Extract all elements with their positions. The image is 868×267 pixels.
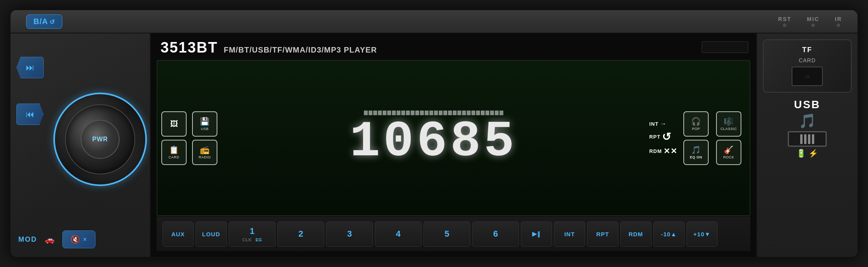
usb-icon-big: 🎵 (799, 113, 816, 129)
mic-dot (812, 24, 815, 27)
btn-1[interactable]: 1 CLK EG (229, 221, 275, 247)
mic-label: MIC (807, 16, 819, 22)
rdm-indicator: RDM ✕✕ (649, 146, 677, 156)
pwr-knob[interactable]: PWR (53, 93, 147, 186)
int-label: INT (649, 121, 658, 127)
usb-port[interactable] (788, 131, 827, 147)
radio-icon-label: RADIO (199, 155, 211, 159)
car-radio: B/A RST MIC IR ⏭ ⏮ (9, 9, 859, 258)
display-icon-usb: 💾 USB (192, 111, 217, 137)
bottom-left-section: MOD 🚗 🔇 ✕ (11, 222, 150, 257)
backward-button-area: ⏮ (16, 104, 44, 125)
display-icon-picture: 🖼 (161, 111, 187, 137)
btn-clk-label: CLK (242, 237, 252, 242)
play-pause-label: ▶‖ (532, 230, 541, 237)
usb-icon: 💾 (200, 117, 210, 126)
card-slot[interactable]: ▭ (792, 67, 823, 86)
model-header: 3513BT FM/BT/USB/TF/WMA/ID3/MP3 PLAYER (157, 39, 750, 56)
rdm-icon: ✕✕ (663, 146, 677, 156)
btn-eq-divider: EG (256, 237, 262, 242)
backward-button[interactable]: ⏮ (16, 104, 44, 125)
center-panel: 3513BT FM/BT/USB/TF/WMA/ID3/MP3 PLAYER 🖼… (151, 33, 756, 257)
eq-icon-pop: 🎧 POP (683, 111, 709, 137)
pop-label: POP (692, 127, 700, 131)
mute-button[interactable]: 🔇 ✕ (62, 230, 95, 248)
radio-icon: 📻 (200, 145, 210, 155)
int-button[interactable]: INT (554, 221, 585, 247)
forward-button-area: ⏭ (16, 57, 44, 78)
play-pause-button[interactable]: ▶‖ (521, 221, 552, 247)
knob-center: PWR (81, 120, 120, 159)
btn-2[interactable]: 2 (277, 221, 324, 247)
tf-label: TF (802, 46, 812, 54)
int-indicator: INT → (649, 120, 677, 127)
btn-6[interactable]: 6 (472, 221, 519, 247)
main-display: 10685 (224, 65, 643, 211)
pop-icon: 🎧 (691, 117, 701, 126)
usb-section: USB 🎵 🔋 ⚡ (763, 98, 852, 158)
btn-4[interactable]: 4 (375, 221, 422, 247)
rdm-btn-label: RDM (628, 231, 643, 237)
usb-pin-4 (812, 134, 814, 144)
classic-label: CLASSIC (720, 127, 737, 131)
pwr-label: PWR (92, 136, 108, 143)
rpt-arrow: ↺ (662, 130, 671, 143)
btn-2-number: 2 (298, 229, 303, 239)
classic-icon: 🎼 (724, 117, 734, 126)
forward-button[interactable]: ⏭ (16, 57, 44, 78)
loud-button[interactable]: LOUD (196, 221, 227, 247)
eq-icon-classic: 🎼 CLASSIC (716, 111, 741, 137)
card-icon-label: CARD (169, 155, 180, 159)
rdm-button[interactable]: RDM (620, 221, 651, 247)
car-icon: 🚗 (45, 235, 55, 244)
display-icon-radio: 📻 RADIO (192, 140, 217, 165)
frequency-display: 10685 (350, 117, 517, 167)
card-slot-text: ▭ (805, 74, 810, 79)
top-strip: B/A RST MIC IR (11, 10, 857, 33)
mute-icon: 🔇 (71, 235, 80, 244)
mic-indicator: MIC (807, 16, 819, 27)
btn-3[interactable]: 3 (326, 221, 373, 247)
eq-icon-eqon: 🎵 EQ ON (683, 140, 709, 165)
plus10-label: +10▼ (693, 231, 711, 237)
main-body: ⏭ ⏮ PWR (11, 33, 857, 257)
right-panel: TF CARD ▭ USB 🎵 🔋 ⚡ (756, 33, 857, 257)
eqon-label: EQ ON (690, 155, 702, 159)
btn-1-number: 1 (250, 226, 254, 236)
int-arrow: → (660, 120, 667, 127)
tf-card-area: TF CARD ▭ (763, 39, 852, 93)
plus10-button[interactable]: +10▼ (686, 221, 718, 247)
ba-button[interactable]: B/A (26, 14, 62, 29)
rdm-label: RDM (649, 148, 662, 154)
card-icon: 📋 (169, 145, 179, 155)
display-icons-right: 🎧 POP 🎼 CLASSIC 🎵 EQ ON 🎸 ROCK (683, 111, 746, 165)
btn-5[interactable]: 5 (423, 221, 470, 247)
ir-dot (837, 24, 840, 27)
btn-3-number: 3 (347, 229, 352, 239)
top-right-indicators: RST MIC IR (778, 16, 842, 27)
model-number: 3513BT (161, 39, 218, 56)
rst-dot (783, 24, 786, 27)
usb-label: USB (794, 98, 820, 111)
usb-pin-2 (804, 134, 806, 144)
top-left-area: B/A (26, 14, 62, 29)
usb-pin-3 (808, 134, 810, 144)
display-icons-left: 🖼 💾 USB 📋 CARD 📻 RADIO (161, 111, 220, 165)
rpt-button[interactable]: RPT (587, 221, 618, 247)
aux-button[interactable]: AUX (162, 221, 194, 247)
minus10-button[interactable]: -10▲ (653, 221, 685, 247)
rpt-label: RPT (649, 134, 660, 140)
bottom-controls: AUX LOUD 1 CLK EG 2 3 (157, 216, 750, 251)
ir-indicator: IR (835, 16, 842, 27)
battery-icon: 🔋 ⚡ (796, 149, 818, 158)
ir-label: IR (835, 16, 842, 22)
usb-icon-label: USB (201, 127, 208, 131)
aux-label: AUX (171, 231, 185, 237)
int-btn-label: INT (564, 231, 575, 237)
knob-inner: PWR (65, 104, 135, 174)
knob-section: PWR (42, 57, 159, 222)
lcd-display: 🖼 💾 USB 📋 CARD 📻 RADIO (157, 60, 750, 216)
status-section: INT → RPT ↺ RDM ✕✕ (647, 65, 679, 211)
btn-6-number: 6 (493, 229, 498, 239)
disc-slot (702, 41, 748, 53)
